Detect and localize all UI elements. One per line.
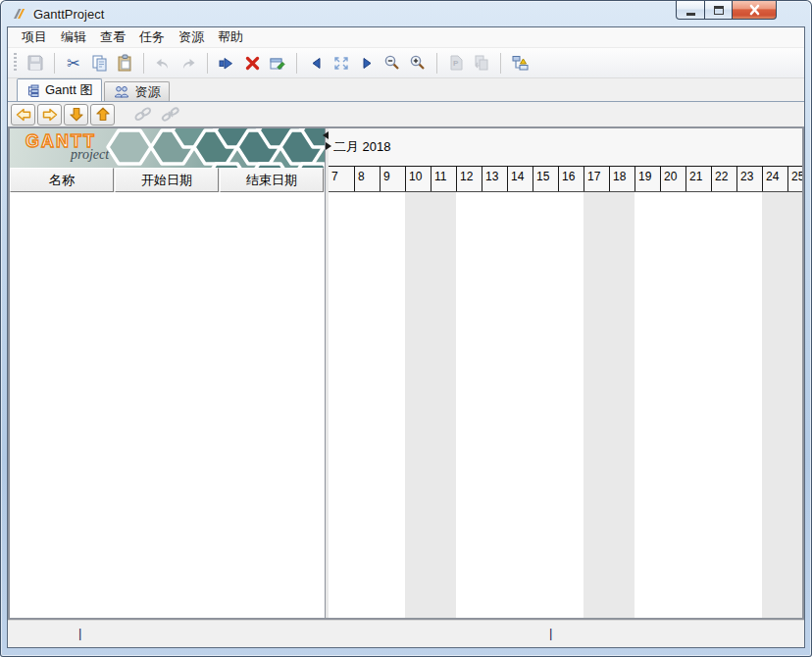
report-icon: P bbox=[448, 54, 465, 72]
toolbar-separator bbox=[207, 53, 208, 74]
panel-splitter[interactable] bbox=[326, 128, 329, 618]
scroll-chart-left-button[interactable] bbox=[304, 51, 328, 75]
ganttproject-logo-banner: GANTT project bbox=[10, 128, 325, 168]
menu-edit[interactable]: 编辑 bbox=[54, 26, 93, 48]
tab-resources[interactable]: 资源 bbox=[104, 81, 170, 101]
gantt-chart-body[interactable] bbox=[329, 192, 802, 618]
export-chart-button[interactable] bbox=[508, 51, 532, 75]
maximize-icon bbox=[714, 6, 724, 15]
tab-bar: Gantt 图 资源 bbox=[8, 78, 804, 101]
maximize-button[interactable] bbox=[704, 1, 733, 20]
day-header-cell: 22 bbox=[711, 167, 736, 191]
unlink-tasks-button[interactable] bbox=[160, 104, 181, 126]
indent-task-button[interactable] bbox=[37, 104, 62, 126]
undo-button[interactable] bbox=[151, 51, 175, 75]
move-task-up-button[interactable] bbox=[90, 104, 115, 126]
delete-task-icon bbox=[244, 55, 261, 72]
day-header-cell: 24 bbox=[762, 167, 787, 191]
task-table-body[interactable] bbox=[10, 192, 325, 618]
gantt-tab-content: GANTT project 名称 开始日期 结束日期 bbox=[8, 101, 804, 620]
close-icon bbox=[747, 4, 762, 16]
day-header-cell: 20 bbox=[660, 167, 685, 191]
toolbar: ✂ bbox=[8, 48, 804, 78]
collapse-left-icon[interactable] bbox=[323, 131, 329, 139]
new-task-icon bbox=[218, 55, 235, 72]
menu-task[interactable]: 任务 bbox=[132, 26, 172, 48]
day-header-cell: 25 bbox=[787, 167, 802, 191]
collapse-right-icon[interactable] bbox=[326, 142, 331, 150]
title-bar[interactable]: GanttProject bbox=[0, 0, 812, 27]
task-properties-icon bbox=[269, 55, 286, 72]
copy-icon bbox=[90, 54, 108, 72]
report-button[interactable]: P bbox=[444, 51, 468, 75]
tab-gantt-chart[interactable]: Gantt 图 bbox=[17, 78, 102, 101]
status-separator-right: | bbox=[549, 626, 552, 640]
window-title: GanttProject bbox=[33, 7, 104, 22]
day-header-cell: 15 bbox=[533, 167, 558, 191]
arrow-left-icon bbox=[16, 108, 31, 122]
column-header-start-date[interactable]: 开始日期 bbox=[115, 168, 219, 192]
copy-button[interactable] bbox=[87, 51, 111, 75]
day-header-cell: 9 bbox=[380, 167, 405, 191]
day-header-cell: 18 bbox=[609, 167, 634, 191]
status-bar: | | bbox=[8, 620, 804, 647]
tab-gantt-chart-label: Gantt 图 bbox=[45, 81, 92, 99]
month-label: 二月 2018 bbox=[333, 138, 391, 156]
timeline-month-header[interactable]: 二月 2018 bbox=[329, 128, 802, 167]
paste-button[interactable] bbox=[113, 51, 136, 75]
minimize-icon bbox=[686, 13, 695, 16]
day-header-cell: 23 bbox=[736, 167, 762, 191]
window-controls bbox=[677, 1, 777, 20]
redo-icon bbox=[179, 55, 197, 72]
weekend-stripe bbox=[405, 192, 431, 618]
menu-project[interactable]: 项目 bbox=[15, 26, 54, 48]
link-tasks-button[interactable] bbox=[132, 104, 154, 126]
day-header-cell: 13 bbox=[482, 167, 507, 191]
column-header-name[interactable]: 名称 bbox=[10, 168, 114, 192]
new-task-button[interactable] bbox=[215, 51, 238, 75]
arrow-up-icon bbox=[96, 107, 110, 122]
day-header-row[interactable]: 78910111213141516171819202122232425 bbox=[329, 167, 802, 192]
weekend-stripe bbox=[431, 192, 456, 618]
delete-task-button[interactable] bbox=[240, 51, 264, 75]
scroll-chart-left-icon bbox=[309, 56, 324, 71]
menu-view[interactable]: 查看 bbox=[93, 26, 132, 48]
weekend-stripe bbox=[787, 192, 802, 618]
scroll-chart-right-button[interactable] bbox=[355, 51, 379, 75]
unindent-task-button[interactable] bbox=[11, 104, 35, 126]
ganttproject-window: GanttProject 项目 编辑 查看 任务 资源 帮助 bbox=[0, 0, 812, 657]
close-button[interactable] bbox=[732, 1, 777, 20]
resources-icon bbox=[114, 85, 129, 98]
undo-icon bbox=[154, 55, 172, 72]
cut-icon: ✂ bbox=[67, 54, 79, 73]
task-action-toolbar bbox=[8, 102, 804, 126]
day-header-cell: 11 bbox=[431, 167, 456, 191]
column-header-end-date[interactable]: 结束日期 bbox=[220, 168, 324, 192]
move-task-down-button[interactable] bbox=[64, 104, 88, 126]
zoom-in-button[interactable] bbox=[406, 51, 430, 75]
zoom-out-button[interactable] bbox=[381, 51, 404, 75]
gantt-main-panel: GANTT project 名称 开始日期 结束日期 bbox=[8, 126, 804, 620]
weekend-stripe bbox=[762, 192, 787, 618]
menu-bar: 项目 编辑 查看 任务 资源 帮助 bbox=[8, 27, 804, 48]
toolbar-separator bbox=[436, 53, 437, 74]
day-header-cell: 8 bbox=[354, 167, 380, 191]
redo-button[interactable] bbox=[177, 51, 200, 75]
fit-chart-icon bbox=[332, 55, 350, 72]
svg-text:P: P bbox=[453, 59, 459, 68]
menu-resource[interactable]: 资源 bbox=[172, 26, 211, 48]
save-button[interactable] bbox=[24, 51, 47, 75]
toolbar-grip[interactable] bbox=[14, 53, 17, 73]
save-icon bbox=[26, 54, 44, 72]
task-properties-button[interactable] bbox=[266, 51, 289, 75]
arrow-down-icon bbox=[70, 107, 83, 122]
status-separator-left: | bbox=[78, 626, 81, 640]
fit-chart-button[interactable] bbox=[330, 51, 353, 75]
sync-button[interactable] bbox=[470, 51, 493, 75]
day-header-cell: 21 bbox=[685, 167, 711, 191]
day-header-cell: 17 bbox=[584, 167, 609, 191]
minimize-button[interactable] bbox=[676, 1, 705, 20]
toolbar-separator bbox=[54, 53, 55, 74]
menu-help[interactable]: 帮助 bbox=[211, 26, 250, 48]
cut-button[interactable]: ✂ bbox=[62, 51, 85, 75]
